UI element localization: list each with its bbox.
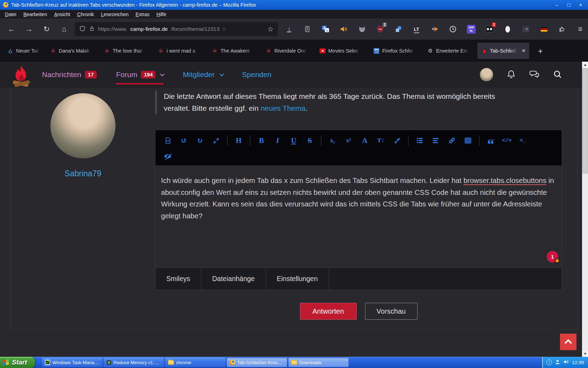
new-tab-button[interactable]: + [534, 45, 547, 57]
maximize-button[interactable]: □ [563, 0, 575, 10]
taskbtn-reduce-memory[interactable]: Reduce Memory v1.6 -... [104, 358, 164, 367]
align-icon[interactable] [428, 134, 444, 147]
menu-lesezeichen[interactable]: Lesezeichen [98, 11, 132, 18]
underline-icon[interactable]: U [286, 134, 302, 147]
tray-user-icon[interactable] [555, 359, 560, 366]
binoculars-icon[interactable]: 2 [484, 24, 494, 34]
editor-textarea[interactable]: Ich würde auch gern in jedem Tab das x z… [155, 165, 562, 267]
search-icon[interactable] [553, 69, 562, 80]
tab-firefox-schliessen[interactable]: WINTotal Firefox Schlie [370, 43, 421, 59]
user-avatar[interactable] [480, 68, 493, 81]
nav-forum[interactable]: Forum 194 [116, 68, 163, 82]
sound-booster-icon[interactable]: R [430, 24, 440, 34]
scrollbar-thumb[interactable] [582, 68, 588, 173]
tab-movies-select[interactable]: Movies Selec [316, 43, 368, 59]
font-color-icon[interactable]: A [357, 134, 373, 147]
superscript-icon[interactable]: x² [341, 134, 357, 147]
taskbtn-firefox[interactable]: Tab-Schließen-Kreuz a... [227, 358, 287, 367]
tab-neuer-tab[interactable]: Neuer Tab [4, 43, 44, 59]
history-clock-icon[interactable] [448, 24, 458, 34]
tab-dateianhaenge[interactable]: Dateianhänge [201, 268, 266, 290]
cat-icon[interactable] [357, 24, 367, 34]
bold-icon[interactable]: B [253, 134, 270, 147]
reader-mode-icon[interactable] [302, 24, 312, 34]
tray-volume-icon[interactable] [563, 359, 569, 366]
tab-the-awakening[interactable]: ☠ The Awakeni [208, 43, 260, 59]
tab-danas-malak[interactable]: ☠ Dana's Malak [46, 43, 98, 59]
vorschau-button[interactable]: Vorschau [365, 303, 418, 320]
tab-i-went-mad[interactable]: ☠ i went mad a [154, 43, 206, 59]
sidebar-icon[interactable]: = [521, 24, 531, 34]
redo-icon[interactable]: ↻ [192, 134, 208, 147]
url-bar[interactable]: https://www.camp-firefox.de/forum/thema/… [75, 22, 278, 36]
nav-nachrichten[interactable]: Nachrichten 17 [42, 68, 97, 82]
tab-erweiterte-einstellungen[interactable]: ⚙ Erweiterte Ein [424, 43, 475, 59]
undo-icon[interactable]: ↺ [176, 134, 192, 147]
volume-icon[interactable] [339, 24, 349, 34]
thumb-gesture-icon[interactable] [557, 24, 567, 34]
shield-extension-icon[interactable]: 2 [375, 24, 385, 34]
code-block-icon[interactable]: >_ [515, 134, 531, 147]
heading-icon[interactable]: H [231, 134, 247, 147]
downloads-icon[interactable]: ↓ [284, 24, 294, 34]
menu-datei[interactable]: Datei [1, 11, 20, 18]
maximize-editor-icon[interactable] [208, 134, 224, 147]
window-tiles-icon[interactable] [393, 24, 403, 34]
taskbtn-downloads[interactable]: Downloads [288, 358, 349, 367]
draft-count-badge[interactable]: 1 [547, 251, 558, 263]
link-icon[interactable] [444, 134, 460, 147]
shield-permissions-icon[interactable] [79, 25, 86, 33]
font-size-icon[interactable]: T↕ [373, 134, 389, 147]
translate-icon[interactable]: Aa [321, 24, 330, 34]
menu-bearbeiten[interactable]: Bearbeiten [20, 11, 51, 18]
scroll-to-top-button[interactable] [560, 334, 576, 350]
tracker-oval-icon[interactable] [503, 24, 512, 34]
page-scrollbar[interactable] [582, 62, 588, 357]
german-flag-icon[interactable] [539, 24, 549, 34]
scrollbar-down-arrow[interactable] [582, 351, 588, 357]
tray-collapse-chevron-icon[interactable]: ‹ [546, 360, 552, 365]
nav-spenden[interactable]: Spenden [242, 68, 272, 82]
strikethrough-icon[interactable]: S [302, 134, 318, 147]
author-avatar[interactable] [50, 93, 115, 158]
lock-icon[interactable] [89, 26, 95, 33]
taskbtn-chrome-folder[interactable]: chrome [165, 358, 225, 367]
remove-format-brush-icon[interactable] [389, 134, 405, 147]
notifications-bell-icon[interactable] [506, 69, 516, 80]
tab-tab-schliessen-active[interactable]: Tab-Schließ × [477, 43, 529, 59]
menu-chronik[interactable]: Chronik [74, 11, 97, 18]
tab-riverdale[interactable]: ☠ Riverdale Ore [262, 43, 314, 59]
source-code-icon[interactable] [160, 134, 176, 147]
menu-hilfe[interactable]: Hilfe [153, 11, 170, 18]
tab-the-love-that[interactable]: ☠ The love that [100, 43, 152, 59]
antworten-button[interactable]: Antworten [300, 303, 357, 320]
campfire-logo[interactable] [10, 64, 32, 90]
inline-code-icon[interactable]: </> [499, 134, 515, 147]
nav-mitglieder[interactable]: Mitglieder [183, 68, 222, 82]
tab-einstellungen[interactable]: Einstellungen [266, 268, 329, 290]
taskbtn-task-manager[interactable]: Windows Task-Manager [42, 358, 102, 367]
tab-smileys[interactable]: Smileys [155, 268, 201, 290]
spoiler-eye-slash-icon[interactable] [160, 150, 176, 163]
bullet-list-icon[interactable] [412, 134, 428, 147]
hamburger-menu-icon[interactable]: ≡ [575, 24, 585, 34]
bookmark-star-icon[interactable]: ☆ [267, 25, 274, 33]
neues-thema-link[interactable]: neues Thema [261, 104, 306, 112]
percent-100-icon[interactable]: 100% [466, 24, 476, 34]
tab-close-icon[interactable]: × [521, 47, 525, 54]
close-button[interactable]: × [575, 0, 587, 10]
menu-ansicht[interactable]: Ansicht [50, 11, 74, 18]
subscript-icon[interactable]: x₂ [324, 134, 341, 147]
menu-extras[interactable]: Extras [132, 11, 153, 18]
forward-icon[interactable]: → [22, 22, 36, 36]
reload-icon[interactable]: ↻ [39, 22, 54, 36]
chat-bubbles-icon[interactable] [529, 69, 539, 80]
blockquote-icon[interactable]: “ [483, 134, 499, 147]
author-username[interactable]: Sabrina79 [11, 169, 155, 178]
minimize-button[interactable]: – [551, 0, 563, 10]
table-icon[interactable] [460, 134, 476, 147]
home-icon[interactable]: ⌂ [57, 22, 71, 36]
scrollbar-up-arrow[interactable] [582, 62, 588, 68]
italic-icon[interactable]: I [270, 134, 286, 147]
back-icon[interactable]: ← [4, 22, 19, 36]
